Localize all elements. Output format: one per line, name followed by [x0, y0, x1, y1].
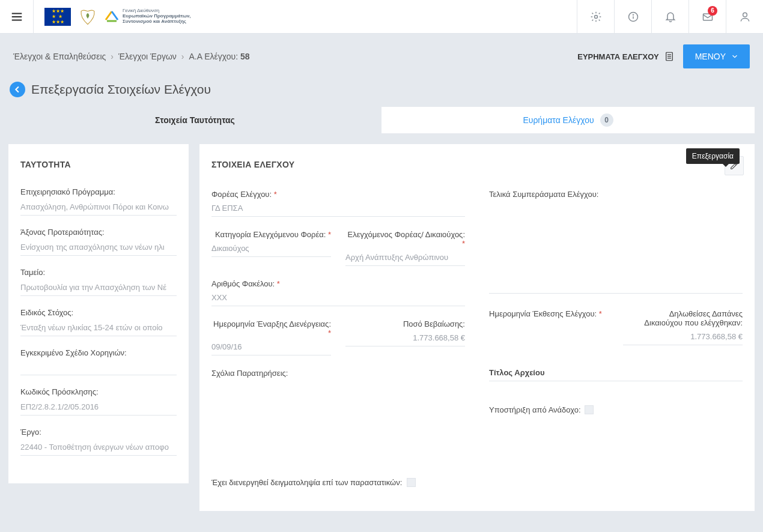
user-icon	[739, 11, 751, 23]
label-project: Έργο:	[20, 428, 177, 437]
label-start-date: Ημερομηνία Έναρξης Διενέργειας: *	[211, 319, 331, 337]
label-cert-amount: Ποσό Βεβαίωσης:	[345, 319, 465, 328]
label-sampling: Έχει διενεργηθεί δειγματοληψία επί των π…	[211, 478, 402, 487]
details-heading: ΣΤΟΙΧΕΙΑ ΕΛΕΓΧΟΥ	[211, 160, 743, 169]
org-arrows-icon	[105, 9, 119, 23]
label-priority-axis: Άξονας Προτεραιότητας:	[20, 228, 177, 237]
logo-area: ★ ★ ★★ ★★ ★ ★ Γενική Διεύθυνση Ευρωπαϊκώ…	[34, 8, 191, 26]
label-comments: Σχόλια Παρατηρήσεις:	[211, 369, 465, 378]
eu-flag-icon: ★ ★ ★★ ★★ ★ ★	[44, 8, 71, 26]
tab-identity[interactable]: Στοιχεία Ταυτότητας	[8, 107, 382, 133]
breadcrumb: Έλεγχοι & Επαληθεύσεις › Έλεγχοι Έργων ›…	[13, 52, 250, 61]
settings-button[interactable]	[577, 0, 614, 34]
value-grant-scheme	[20, 363, 177, 375]
chevron-down-icon	[731, 52, 739, 61]
identity-heading: ΤΑΥΤΟΤΗΤΑ	[20, 160, 177, 169]
svg-point-0	[594, 15, 597, 18]
breadcrumb-l2[interactable]: Έλεγχοι Έργων	[118, 52, 177, 61]
back-button[interactable]	[10, 82, 25, 97]
label-report-date: Ημερομηνία Έκθεσης Ελέγχου: *	[489, 309, 609, 318]
value-audit-body: ΓΔ ΕΠΣΑ	[211, 204, 465, 217]
value-fund: Πρωτοβουλία για την Απασχόληση των Νέ	[20, 283, 177, 296]
label-specific-objective: Ειδικός Στόχος:	[20, 308, 177, 317]
value-priority-axis: Ενίσχυση της απασχόλησης των νέων ηλι	[20, 243, 177, 256]
svg-point-3	[633, 14, 634, 15]
menu-button[interactable]: MENOY	[683, 44, 750, 68]
contractor-support-checkbox[interactable]	[585, 405, 594, 414]
page-title: Επεξεργασία Στοιχείων Ελέγχου	[31, 82, 211, 97]
value-file-number: ΧΧΧ	[211, 293, 465, 306]
label-contractor-support: Υποστήριξη από Ανάδοχο:	[489, 405, 581, 414]
value-specific-objective: Ένταξη νέων ηλικίας 15-24 ετών οι οποίο	[20, 323, 177, 336]
label-final-conclusions: Τελικά Συμπεράσματα Ελέγχου:	[489, 190, 743, 199]
label-op-programme: Επιχειρησιακό Πρόγραμμα:	[20, 187, 177, 196]
sampling-checkbox[interactable]	[407, 478, 416, 487]
label-fund: Ταμείο:	[20, 268, 177, 277]
value-controlled-body: Αρχή Ανάπτυξης Ανθρώπινου	[345, 253, 465, 266]
findings-count-badge: 0	[600, 113, 613, 127]
breadcrumb-l1[interactable]: Έλεγχοι & Επαληθεύσεις	[13, 52, 106, 61]
value-body-category: Δικαιούχος	[211, 244, 331, 257]
value-cert-amount: 1.773.668,58 €	[345, 333, 465, 346]
svg-point-5	[743, 13, 747, 17]
audit-findings-link[interactable]: ΕΥΡΗΜΑΤΑ ΕΛΕΓΧΟΥ	[577, 51, 674, 62]
value-start-date: 09/09/16	[211, 342, 331, 355]
value-declared-expenses: 1.773.668,58 €	[623, 332, 743, 345]
org-name: Γενική Διεύθυνση Ευρωπαϊκών Προγραμμάτων…	[123, 8, 191, 24]
value-project: 22440 - Τοποθέτηση άνεργων νέων αποφο	[20, 443, 177, 456]
edit-button[interactable]: Επεξεργασία	[725, 156, 744, 175]
document-list-icon	[664, 51, 675, 62]
edit-tooltip: Επεξεργασία	[686, 148, 740, 164]
label-declared-expenses: Δηλωθείσες ΔαπάνεςΔικαιούχου που ελέγχθη…	[623, 309, 743, 327]
label-audit-body: Φορέας Ελέγχου: *	[211, 190, 465, 199]
info-button[interactable]	[614, 0, 651, 34]
label-body-category: Κατηγορία Ελεγχόμενου Φορέα: *	[211, 230, 331, 239]
cyprus-crest-icon	[76, 8, 100, 26]
tab-findings[interactable]: Ευρήματα Ελέγχου 0	[382, 107, 755, 133]
notifications-button[interactable]	[651, 0, 689, 34]
value-call-code: ΕΠ2/2.8.2.1/2/05.2016	[20, 402, 177, 416]
messages-badge: 6	[708, 6, 717, 16]
identity-panel: ΤΑΥΤΟΤΗΤΑ Επιχειρησιακό Πρόγραμμα:Απασχό…	[8, 144, 189, 483]
label-file-number: Αριθμός Φακέλου: *	[211, 279, 465, 288]
label-grant-scheme: Εγκεκριμένο Σχέδιο Χορηγιών:	[20, 348, 177, 357]
profile-button[interactable]	[726, 0, 763, 34]
info-icon	[627, 11, 639, 23]
audit-details-panel: ΣΤΟΙΧΕΙΑ ΕΛΕΓΧΟΥ Επεξεργασία Φορέας Ελέγ…	[199, 144, 755, 511]
arrow-left-icon	[13, 85, 22, 94]
label-controlled-body: Ελεγχόμενος Φορέας/ Δικαιούχος: *	[345, 230, 465, 248]
menu-toggle[interactable]	[0, 0, 34, 34]
bell-icon	[664, 11, 676, 23]
value-op-programme: Απασχόληση, Ανθρώπινοι Πόροι και Κοινω	[20, 202, 177, 216]
label-file-title: Τίτλος Αρχείου	[489, 364, 743, 381]
label-call-code: Κωδικός Πρόσκλησης:	[20, 387, 177, 396]
messages-button[interactable]: 6	[689, 0, 726, 34]
gear-icon	[590, 11, 602, 23]
hamburger-icon	[10, 10, 23, 23]
